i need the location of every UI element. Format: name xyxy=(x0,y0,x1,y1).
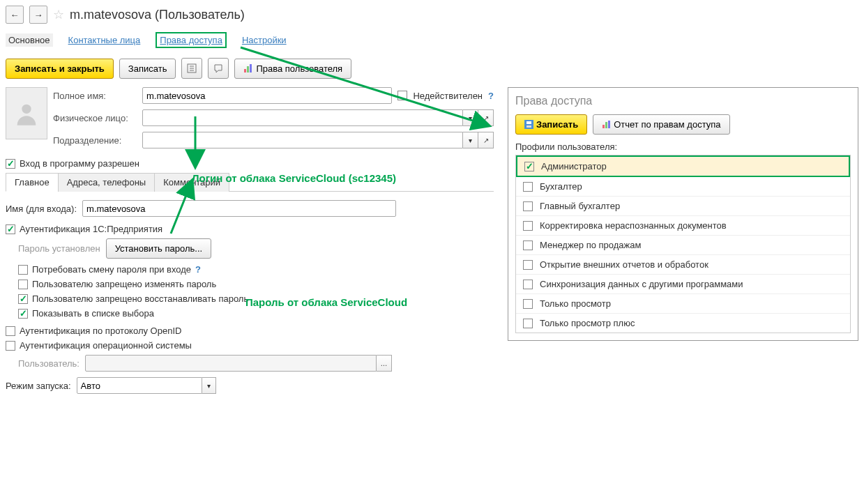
svg-rect-8 xyxy=(524,120,533,129)
profile-label: Открытие внешних отчетов и обработок xyxy=(540,259,708,270)
profiles-label: Профили пользователя: xyxy=(515,142,851,152)
launch-mode-label: Режим запуска: xyxy=(6,381,71,391)
os-user-input xyxy=(85,355,377,372)
inner-tab-comment[interactable]: Комментарий xyxy=(154,173,229,192)
profile-label: Корректировка нераспознанных документов xyxy=(540,220,727,231)
login-allowed-label: Вход в программу разрешен xyxy=(20,158,139,169)
svg-rect-5 xyxy=(247,66,249,72)
phys-input[interactable] xyxy=(142,109,463,126)
tab-settings[interactable]: Настройки xyxy=(239,33,289,47)
svg-rect-4 xyxy=(244,69,246,72)
user-rights-button[interactable]: Права пользователя xyxy=(234,59,351,79)
forbid-restore-label: Пользователю запрещено восстанавливать п… xyxy=(32,293,248,304)
phys-label: Физическое лицо: xyxy=(53,113,137,123)
avatar[interactable] xyxy=(6,87,47,139)
forbid-restore-checkbox[interactable]: ✓ xyxy=(18,294,28,304)
phys-open-button[interactable]: ↗ xyxy=(478,109,494,126)
launch-mode-dropdown-button[interactable]: ▾ xyxy=(202,377,216,394)
profile-row[interactable]: Главный бухгалтер xyxy=(516,197,850,216)
invalid-label: Недействителен xyxy=(413,91,483,101)
profile-label: Только просмотр плюс xyxy=(540,318,635,328)
card-icon-button[interactable] xyxy=(181,58,202,79)
profile-row[interactable]: Бухгалтер xyxy=(516,177,850,197)
page-title: m.matevosova (Пользователь) xyxy=(70,8,245,22)
auth-1c-label: Аутентификация 1С:Предприятия xyxy=(20,224,162,234)
profile-checkbox[interactable] xyxy=(523,221,533,231)
forbid-change-label: Пользователю запрещено изменять пароль xyxy=(32,279,216,289)
access-rights-panel: Права доступа Записать Отчет по правам д… xyxy=(508,87,858,341)
rights-report-button[interactable]: Отчет по правам доступа xyxy=(593,114,729,135)
svg-rect-13 xyxy=(608,121,610,128)
profile-row[interactable]: Только просмотр плюс xyxy=(516,314,850,333)
profile-row[interactable]: Синхронизация данных с другими программа… xyxy=(516,275,850,294)
inner-tab-main[interactable]: Главное xyxy=(6,173,59,192)
profile-list: ✓АдминистраторБухгалтерГлавный бухгалтер… xyxy=(515,155,851,333)
forward-button[interactable]: → xyxy=(29,6,47,24)
set-password-button[interactable]: Установить пароль... xyxy=(106,238,211,259)
svg-rect-9 xyxy=(526,121,531,124)
profile-checkbox[interactable] xyxy=(523,201,533,211)
chat-icon-button[interactable] xyxy=(208,58,229,79)
login-name-input[interactable] xyxy=(82,200,396,217)
save-and-close-button[interactable]: Записать и закрыть xyxy=(6,59,114,79)
show-in-list-checkbox[interactable]: ✓ xyxy=(18,309,28,319)
profile-row[interactable]: Только просмотр xyxy=(516,294,850,314)
profile-checkbox[interactable] xyxy=(523,260,533,270)
profile-row[interactable]: Открытие внешних отчетов и обработок xyxy=(516,255,850,275)
profile-checkbox[interactable] xyxy=(523,280,533,289)
favorite-star-icon[interactable]: ☆ xyxy=(53,7,64,22)
save-button[interactable]: Записать xyxy=(119,59,176,79)
tab-main[interactable]: Основное xyxy=(6,33,53,47)
auth-os-checkbox[interactable] xyxy=(6,341,15,351)
forbid-change-checkbox[interactable] xyxy=(18,280,28,289)
dept-label: Подразделение: xyxy=(53,135,137,146)
login-allowed-checkbox[interactable]: ✓ xyxy=(6,159,15,169)
profile-checkbox[interactable]: ✓ xyxy=(524,162,534,171)
profile-checkbox[interactable] xyxy=(523,319,533,328)
chart-icon xyxy=(602,120,611,129)
login-name-label: Имя (для входа): xyxy=(6,204,77,214)
profile-checkbox[interactable] xyxy=(523,182,533,192)
svg-rect-11 xyxy=(602,125,605,128)
profile-label: Главный бухгалтер xyxy=(540,201,620,211)
inner-tab-addresses[interactable]: Адреса, телефоны xyxy=(58,173,156,192)
svg-rect-12 xyxy=(605,122,607,128)
profile-checkbox[interactable] xyxy=(523,299,533,309)
os-user-browse-button[interactable]: … xyxy=(377,355,392,372)
rights-save-button[interactable]: Записать xyxy=(515,114,587,135)
profile-label: Только просмотр xyxy=(540,298,611,309)
full-name-label: Полное имя: xyxy=(53,91,137,101)
show-in-list-label: Показывать в списке выбора xyxy=(32,308,154,319)
help-invalid-icon[interactable]: ? xyxy=(488,91,494,101)
help-reqchange-icon[interactable]: ? xyxy=(195,264,201,275)
require-change-label: Потребовать смену пароля при входе xyxy=(32,264,191,275)
require-change-checkbox[interactable] xyxy=(18,265,28,275)
inner-tabs: Главное Адреса, телефоны Комментарий xyxy=(6,173,494,192)
profile-label: Администратор xyxy=(541,161,607,171)
main-tabs: Основное Контактные лица Права доступа Н… xyxy=(6,29,858,51)
password-set-label: Пароль установлен xyxy=(18,243,100,254)
profile-row[interactable]: ✓Администратор xyxy=(516,155,850,177)
profile-row[interactable]: Менеджер по продажам xyxy=(516,236,850,255)
auth-openid-label: Аутентификация по протоколу OpenID xyxy=(20,326,181,336)
full-name-input[interactable] xyxy=(142,87,392,104)
auth-os-label: Аутентификация операционной системы xyxy=(20,340,192,351)
dept-dropdown-button[interactable]: ▾ xyxy=(463,132,478,148)
invalid-checkbox[interactable] xyxy=(397,91,407,100)
auth-1c-checkbox[interactable]: ✓ xyxy=(6,224,15,234)
tab-contacts[interactable]: Контактные лица xyxy=(66,33,144,47)
auth-openid-checkbox[interactable] xyxy=(6,326,15,336)
access-rights-title: Права доступа xyxy=(515,95,851,107)
chart-icon xyxy=(243,63,253,73)
profile-checkbox[interactable] xyxy=(523,240,533,250)
dept-input[interactable] xyxy=(142,132,463,148)
profile-label: Менеджер по продажам xyxy=(540,240,641,250)
dept-open-button[interactable]: ↗ xyxy=(478,132,494,148)
launch-mode-input[interactable] xyxy=(77,377,202,394)
svg-rect-6 xyxy=(250,64,252,72)
phys-dropdown-button[interactable]: ▾ xyxy=(463,109,478,126)
svg-rect-10 xyxy=(526,125,531,128)
tab-access-rights[interactable]: Права доступа xyxy=(156,32,227,48)
back-button[interactable]: ← xyxy=(6,6,24,24)
profile-row[interactable]: Корректировка нераспознанных документов xyxy=(516,216,850,236)
